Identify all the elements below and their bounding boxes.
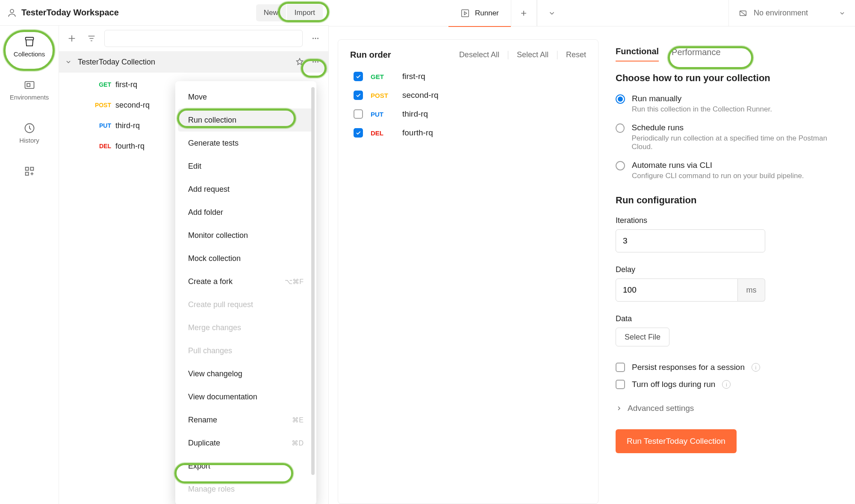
ctx-generate-tests[interactable]: Generate tests: [178, 132, 314, 155]
method-badge: PUT: [371, 111, 395, 118]
svg-point-11: [313, 62, 314, 63]
collections-icon: [24, 36, 35, 48]
filter-button[interactable]: [85, 32, 98, 45]
request-name: second-rq: [115, 101, 150, 110]
delay-label: Delay: [616, 265, 844, 274]
ctx-create-pr: Create pull request: [178, 293, 314, 316]
method-badge: DEL: [89, 143, 111, 149]
svg-point-0: [10, 9, 14, 13]
reset[interactable]: Reset: [566, 50, 586, 59]
select-all[interactable]: Select All: [517, 50, 548, 59]
row-checkbox[interactable]: [354, 128, 363, 138]
ctx-mock-collection[interactable]: Mock collection: [178, 247, 314, 270]
history-icon: [24, 122, 35, 134]
request-name: first-rq: [115, 80, 137, 89]
ctx-create-fork[interactable]: Create a fork⌥⌘F: [178, 270, 314, 293]
add-button[interactable]: [65, 32, 79, 45]
ctx-view-documentation[interactable]: View documentation: [178, 385, 314, 408]
chevron-right-icon: [616, 405, 622, 412]
info-icon[interactable]: i: [722, 380, 731, 389]
turnoff-checkbox[interactable]: [616, 380, 625, 389]
environments-icon: [24, 79, 35, 91]
tab-add[interactable]: [511, 0, 537, 26]
svg-point-8: [313, 38, 314, 39]
collection-context-menu: Move Run collection Generate tests Edit …: [175, 81, 316, 504]
radio-dot[interactable]: [616, 94, 625, 104]
run-order-panel: Run order Deselect All Select All Reset …: [338, 39, 598, 504]
ctx-add-request[interactable]: Add request: [178, 178, 314, 201]
svg-rect-3: [27, 84, 30, 87]
ctx-move[interactable]: Move: [178, 85, 314, 108]
svg-rect-1: [25, 38, 33, 40]
turnoff-label: Turn off logs during run: [632, 380, 715, 389]
row-checkbox[interactable]: [354, 91, 363, 100]
radio-dot[interactable]: [616, 161, 625, 170]
run-order-row[interactable]: DELfourth-rq: [354, 128, 583, 138]
star-icon[interactable]: [295, 57, 304, 67]
deselect-all[interactable]: Deselect All: [459, 50, 499, 59]
run-collection-button[interactable]: Run TesterToday Collection: [616, 429, 737, 453]
svg-point-9: [315, 38, 316, 39]
rail-environments[interactable]: Environments: [0, 76, 59, 103]
run-order-row[interactable]: GETfirst-rq: [354, 72, 583, 81]
new-button[interactable]: New: [256, 4, 286, 21]
tab-runner[interactable]: Runner: [448, 0, 511, 26]
iterations-input[interactable]: [616, 229, 765, 252]
search-input[interactable]: [104, 30, 303, 47]
run-order-row[interactable]: POSTsecond-rq: [354, 91, 583, 100]
no-environment-icon: [738, 9, 748, 18]
tab-chevron[interactable]: [537, 0, 567, 26]
import-button[interactable]: Import: [287, 4, 323, 21]
run-order-row[interactable]: PUTthird-rq: [354, 109, 583, 119]
ctx-edit[interactable]: Edit: [178, 155, 314, 178]
run-mode-option[interactable]: Automate runs via CLIConfigure CLI comma…: [616, 161, 844, 180]
svg-rect-14: [462, 9, 469, 17]
request-name: first-rq: [402, 72, 425, 81]
request-name: second-rq: [402, 91, 439, 100]
environment-selector[interactable]: No environment: [728, 0, 855, 26]
advanced-settings[interactable]: Advanced settings: [616, 404, 844, 413]
ctx-rename[interactable]: Rename⌘E: [178, 408, 314, 431]
method-badge: PUT: [89, 122, 111, 129]
left-rail: Collections Environments History: [0, 26, 59, 504]
select-file-button[interactable]: Select File: [616, 328, 669, 346]
method-badge: POST: [89, 102, 111, 108]
option-title: Run manually: [632, 94, 772, 103]
chevron-down-icon: [65, 59, 72, 65]
rail-history[interactable]: History: [0, 120, 59, 147]
run-cfg-title: Run configuration: [616, 195, 844, 206]
delay-unit: ms: [738, 278, 765, 302]
method-badge: DEL: [371, 129, 395, 137]
seg-performance[interactable]: Performance: [672, 47, 721, 62]
method-badge: GET: [371, 73, 395, 80]
grid-plus-icon: [24, 165, 35, 177]
run-mode-option[interactable]: Run manuallyRun this collection in the C…: [616, 94, 844, 114]
workspace-name[interactable]: TesterToday Workspace: [21, 8, 119, 18]
persist-checkbox[interactable]: [616, 363, 625, 372]
info-icon[interactable]: i: [752, 363, 760, 372]
scrollbar[interactable]: [311, 87, 315, 475]
collection-name: TesterToday Collection: [78, 58, 155, 67]
rail-more[interactable]: [0, 163, 59, 180]
delay-input[interactable]: [616, 278, 738, 302]
row-checkbox[interactable]: [354, 72, 363, 81]
ctx-run-collection[interactable]: Run collection: [178, 108, 314, 132]
svg-rect-7: [30, 167, 33, 170]
seg-functional[interactable]: Functional: [616, 47, 659, 62]
collection-header[interactable]: TesterToday Collection: [59, 51, 328, 73]
ctx-add-folder[interactable]: Add folder: [178, 201, 314, 224]
radio-dot[interactable]: [616, 123, 625, 133]
ctx-export[interactable]: Export: [178, 454, 314, 478]
ctx-monitor-collection[interactable]: Monitor collection: [178, 224, 314, 247]
svg-point-10: [317, 38, 318, 39]
run-mode-option[interactable]: Schedule runsPeriodically run collection…: [616, 123, 844, 151]
svg-rect-2: [25, 82, 34, 88]
collection-more-button[interactable]: [309, 55, 322, 69]
rail-collections[interactable]: Collections: [0, 33, 59, 60]
workspace-header: TesterToday Workspace New Import: [0, 0, 329, 26]
ctx-duplicate[interactable]: Duplicate⌘D: [178, 431, 314, 454]
ctx-view-changelog[interactable]: View changelog: [178, 362, 314, 385]
sidebar-more-button[interactable]: [309, 32, 322, 45]
run-order-title: Run order: [350, 50, 391, 60]
row-checkbox[interactable]: [354, 109, 363, 119]
